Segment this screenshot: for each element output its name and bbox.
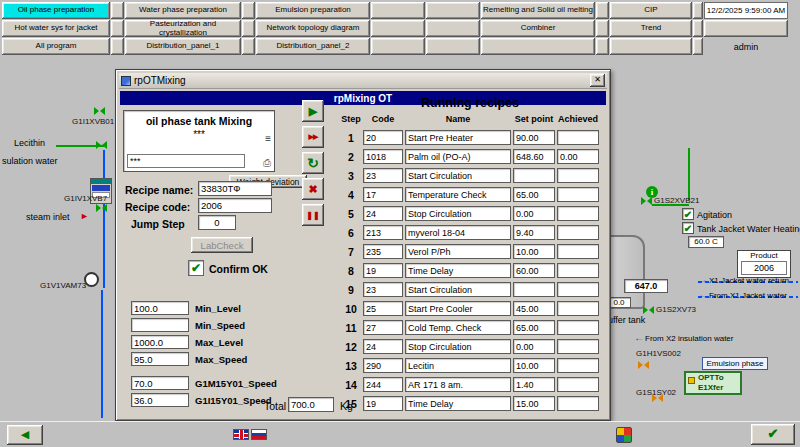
- name-input[interactable]: [405, 339, 511, 354]
- nav-distribution-panel-2[interactable]: Distribution_panel_2: [256, 38, 370, 55]
- blank-button[interactable]: [426, 20, 480, 37]
- param-value-input[interactable]: [131, 393, 189, 407]
- name-input[interactable]: [405, 301, 511, 316]
- name-input[interactable]: [405, 396, 511, 411]
- code-input[interactable]: [363, 225, 403, 240]
- name-input[interactable]: [405, 225, 511, 240]
- abort-button[interactable]: ✖: [302, 178, 324, 200]
- nav-distribution-panel-1[interactable]: Distribution_panel_1: [125, 38, 241, 55]
- nav-emulsion-preparation[interactable]: Emulsion preparation: [256, 2, 370, 19]
- achieved-input[interactable]: [557, 339, 599, 354]
- name-input[interactable]: [405, 168, 511, 183]
- param-value-input[interactable]: [131, 318, 189, 332]
- achieved-input[interactable]: [557, 187, 599, 202]
- blank-button[interactable]: [596, 38, 609, 55]
- setpoint-input[interactable]: [513, 168, 555, 183]
- blank-button[interactable]: [242, 20, 255, 37]
- jump-step-input[interactable]: [198, 215, 236, 230]
- nav-pasteurization[interactable]: Pasteurization and crystallization: [125, 20, 241, 37]
- achieved-input[interactable]: [557, 263, 599, 278]
- ok-button[interactable]: ✔: [751, 424, 795, 445]
- name-input[interactable]: [405, 244, 511, 259]
- nav-hot-water-jacket[interactable]: Hot water sys for jacket: [2, 20, 110, 37]
- recycle-button[interactable]: ↻: [302, 152, 324, 174]
- name-input[interactable]: [405, 130, 511, 145]
- setpoint-input[interactable]: [513, 130, 555, 145]
- product-code-value[interactable]: 2006: [741, 261, 787, 275]
- nav-water-phase-preparation[interactable]: Water phase preparation: [125, 2, 241, 19]
- code-input[interactable]: [363, 339, 403, 354]
- achieved-input[interactable]: [557, 206, 599, 221]
- code-input[interactable]: [363, 206, 403, 221]
- app-icon[interactable]: [616, 427, 632, 443]
- param-value-input[interactable]: [131, 301, 189, 315]
- blank-button[interactable]: [693, 2, 703, 19]
- param-value-input[interactable]: [131, 335, 189, 349]
- recipe-name-input[interactable]: [198, 181, 272, 196]
- blank-button[interactable]: [693, 20, 703, 37]
- blank-button[interactable]: [481, 38, 595, 55]
- blank-button[interactable]: [242, 38, 255, 55]
- jacket-heating-checkbox[interactable]: ✔: [682, 222, 694, 234]
- code-input[interactable]: [363, 244, 403, 259]
- pump-icon[interactable]: [84, 272, 99, 287]
- blank-button[interactable]: [596, 2, 609, 19]
- name-input[interactable]: [405, 263, 511, 278]
- blank-button[interactable]: [242, 2, 255, 19]
- setpoint-input[interactable]: [513, 149, 555, 164]
- setpoint-input[interactable]: [513, 282, 555, 297]
- nav-oil-phase-preparation[interactable]: Oil phase preparation: [2, 2, 110, 19]
- fastforward-button[interactable]: ▶▶: [302, 126, 324, 148]
- blank-button[interactable]: [371, 38, 425, 55]
- achieved-input[interactable]: [557, 130, 599, 145]
- labcheck-button[interactable]: LabCheck: [191, 237, 253, 253]
- setpoint-input[interactable]: [513, 396, 555, 411]
- language-russian-flag[interactable]: [251, 429, 267, 440]
- valve-icon[interactable]: [96, 204, 107, 213]
- hold-button[interactable]: ❚❚: [302, 204, 324, 226]
- setpoint-input[interactable]: [513, 377, 555, 392]
- nav-combiner[interactable]: Combiner: [481, 20, 595, 37]
- confirm-ok-check[interactable]: ✔: [188, 260, 204, 276]
- close-button[interactable]: ✕: [590, 74, 605, 87]
- blank-button[interactable]: [596, 20, 609, 37]
- back-button[interactable]: ◀: [7, 425, 43, 445]
- jacket-temp-value[interactable]: 60.0 C: [688, 236, 724, 248]
- name-input[interactable]: [405, 320, 511, 335]
- code-input[interactable]: [363, 187, 403, 202]
- code-input[interactable]: [363, 358, 403, 373]
- total-input[interactable]: [288, 397, 334, 412]
- blank-button[interactable]: [426, 38, 480, 55]
- code-input[interactable]: [363, 396, 403, 411]
- code-input[interactable]: [363, 168, 403, 183]
- setpoint-input[interactable]: [513, 225, 555, 240]
- achieved-input[interactable]: [557, 225, 599, 240]
- setpoint-input[interactable]: [513, 244, 555, 259]
- nav-trend[interactable]: Trend: [610, 20, 692, 37]
- name-input[interactable]: [405, 149, 511, 164]
- setpoint-input[interactable]: [513, 320, 555, 335]
- blank-button[interactable]: [111, 20, 124, 37]
- param-value-input[interactable]: [131, 352, 189, 366]
- list-icon[interactable]: ≡: [265, 133, 271, 144]
- achieved-input[interactable]: [557, 396, 599, 411]
- param-value-input[interactable]: [131, 376, 189, 390]
- setpoint-input[interactable]: [513, 301, 555, 316]
- blank-button[interactable]: [693, 38, 703, 55]
- blank-button[interactable]: [111, 38, 124, 55]
- emulsion-phase-box[interactable]: Emulsion phase: [702, 357, 768, 370]
- tank-info-field[interactable]: [127, 154, 245, 168]
- valve-icon[interactable]: [641, 197, 652, 206]
- code-input[interactable]: [363, 301, 403, 316]
- achieved-input[interactable]: [557, 377, 599, 392]
- blank-button[interactable]: [371, 20, 425, 37]
- code-input[interactable]: [363, 282, 403, 297]
- print-icon[interactable]: ⎙: [263, 157, 271, 169]
- setpoint-input[interactable]: [513, 358, 555, 373]
- blank-button[interactable]: [426, 2, 480, 19]
- achieved-input[interactable]: [557, 358, 599, 373]
- optto-transfer-box[interactable]: OPTTo E1Xfer: [684, 371, 742, 395]
- valve-icon[interactable]: [643, 306, 654, 315]
- code-input[interactable]: [363, 320, 403, 335]
- valve-icon[interactable]: [96, 141, 107, 150]
